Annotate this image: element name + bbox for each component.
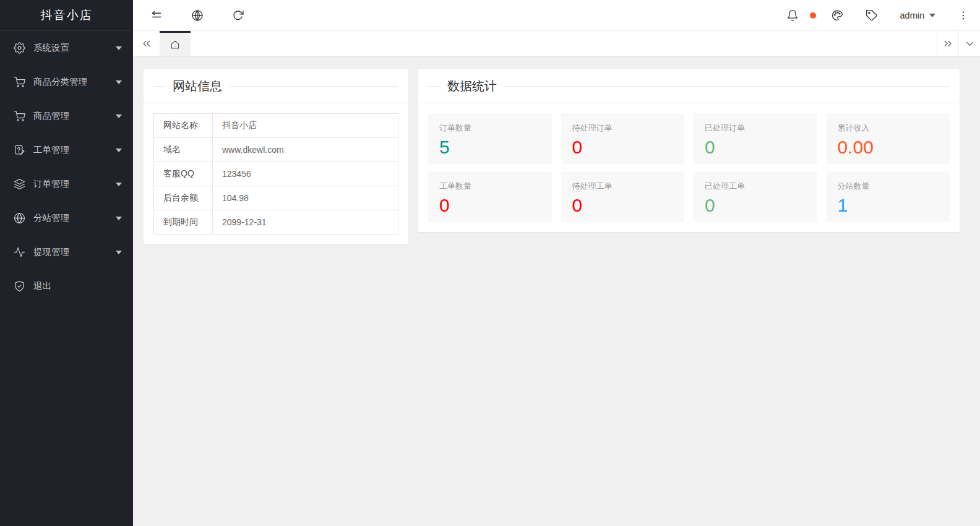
info-label: 后台余额 bbox=[154, 186, 213, 210]
chevron-down-icon bbox=[964, 38, 976, 50]
info-label: 域名 bbox=[154, 138, 213, 162]
sidebar-item-system-settings[interactable]: 系统设置 bbox=[0, 31, 133, 65]
refresh-button[interactable] bbox=[221, 0, 256, 30]
collapse-sidebar-icon bbox=[150, 9, 163, 22]
username: admin bbox=[900, 11, 925, 20]
site-info-table: 网站名称 抖音小店 域名 www.dkewl.com 客服QQ 123456 bbox=[153, 113, 398, 235]
info-label: 到期时间 bbox=[154, 210, 213, 235]
chevron-down-icon bbox=[116, 80, 122, 84]
info-label: 网站名称 bbox=[154, 114, 213, 138]
stat-label: 已处理订单 bbox=[705, 123, 806, 134]
chevrons-left-icon bbox=[140, 38, 152, 50]
stat-label: 订单数量 bbox=[439, 123, 541, 134]
work-order-form-icon bbox=[14, 144, 25, 156]
site-info-title: 网站信息 bbox=[166, 78, 229, 95]
chevron-down-icon bbox=[929, 14, 935, 17]
stats-card: 数据统计 订单数量 5 待处理订单 0 已处理订 bbox=[418, 69, 960, 232]
info-label: 客服QQ bbox=[154, 162, 213, 186]
tab-bar-right-controls bbox=[937, 31, 980, 56]
info-value: 123456 bbox=[213, 162, 398, 186]
tab-options-button[interactable] bbox=[958, 31, 980, 56]
cart-icon bbox=[14, 76, 25, 88]
chevron-down-icon bbox=[116, 217, 122, 220]
scroll-tabs-left-button[interactable] bbox=[133, 31, 160, 56]
app-logo[interactable]: 抖音小店 bbox=[0, 0, 133, 31]
stat-pending-workorders: 待处理工单 0 bbox=[561, 171, 685, 222]
legend-line bbox=[428, 86, 441, 87]
scroll-tabs-right-button[interactable] bbox=[937, 31, 958, 56]
stat-pending-orders: 待处理订单 0 bbox=[561, 113, 685, 164]
notification-dot-icon bbox=[810, 12, 816, 19]
pulse-icon bbox=[14, 246, 25, 258]
notification-dot bbox=[810, 0, 820, 30]
top-header: admin bbox=[133, 0, 980, 31]
tab-home[interactable] bbox=[160, 31, 191, 56]
table-row: 客服QQ 123456 bbox=[154, 162, 398, 186]
stat-value: 0 bbox=[705, 195, 806, 215]
more-options-button[interactable] bbox=[947, 0, 980, 30]
theme-button[interactable] bbox=[820, 0, 854, 30]
stat-value: 5 bbox=[439, 137, 541, 157]
sidebar-item-work-order[interactable]: 工单管理 bbox=[0, 133, 133, 167]
sidebar-item-product-category[interactable]: 商品分类管理 bbox=[0, 65, 133, 99]
gear-icon bbox=[14, 42, 25, 54]
content-area: 网站信息 网站名称 抖音小店 域名 www.dkewl.com bbox=[133, 57, 980, 526]
stats-title: 数据统计 bbox=[441, 78, 504, 95]
shield-check-icon bbox=[14, 280, 25, 292]
stat-label: 工单数量 bbox=[439, 181, 541, 192]
table-row: 域名 www.dkewl.com bbox=[154, 138, 398, 162]
sidebar-item-substation-management[interactable]: 分站管理 bbox=[0, 201, 133, 235]
stat-value: 0 bbox=[572, 195, 674, 215]
stat-label: 待处理订单 bbox=[572, 123, 674, 134]
cart-icon bbox=[14, 110, 25, 122]
sidebar-item-label: 系统设置 bbox=[33, 42, 116, 54]
chevron-down-icon bbox=[116, 183, 122, 186]
sidebar-item-logout[interactable]: 退出 bbox=[0, 269, 133, 303]
stat-value: 0 bbox=[439, 195, 541, 215]
site-info-card-header: 网站信息 bbox=[144, 69, 408, 103]
chevron-down-icon bbox=[116, 46, 122, 50]
sidebar-item-label: 商品管理 bbox=[33, 110, 116, 122]
stat-label: 分站数量 bbox=[838, 181, 939, 192]
stat-substation-count: 分站数量 1 bbox=[827, 171, 950, 222]
header-right-actions: admin bbox=[775, 0, 980, 30]
stat-label: 待处理工单 bbox=[572, 181, 674, 192]
sidebar-item-label: 商品分类管理 bbox=[33, 76, 116, 88]
sidebar-item-label: 提现管理 bbox=[33, 246, 116, 258]
bell-icon bbox=[786, 9, 799, 22]
sidebar-nav: 系统设置 商品分类管理 商品管理 工单管理 订单管理 bbox=[0, 31, 133, 526]
tab-strip-spacer bbox=[191, 31, 937, 56]
stat-value: 0 bbox=[705, 137, 806, 157]
globe-icon bbox=[191, 9, 204, 22]
stat-value: 0.00 bbox=[838, 137, 939, 157]
sidebar: 抖音小店 系统设置 商品分类管理 商品管理 工单管理 bbox=[0, 0, 133, 526]
sidebar-item-order-management[interactable]: 订单管理 bbox=[0, 167, 133, 201]
sidebar-item-withdrawal-management[interactable]: 提现管理 bbox=[0, 235, 133, 269]
stat-value: 1 bbox=[838, 195, 939, 215]
stat-order-count: 订单数量 5 bbox=[428, 113, 552, 164]
stats-grid: 订单数量 5 待处理订单 0 已处理订单 0 累计收入 bbox=[428, 113, 950, 222]
stat-workorder-count: 工单数量 0 bbox=[428, 171, 552, 222]
collapse-sidebar-button[interactable] bbox=[139, 0, 174, 30]
user-menu[interactable]: admin bbox=[889, 0, 947, 30]
table-row: 到期时间 2099-12-31 bbox=[154, 210, 398, 235]
chevron-down-icon bbox=[116, 114, 122, 118]
app-root: 抖音小店 系统设置 商品分类管理 商品管理 工单管理 bbox=[0, 0, 980, 526]
notifications-button[interactable] bbox=[775, 0, 810, 30]
globe-icon bbox=[14, 212, 25, 224]
sidebar-item-label: 工单管理 bbox=[33, 144, 116, 156]
table-row: 网站名称 抖音小店 bbox=[154, 114, 398, 138]
palette-icon bbox=[831, 9, 843, 22]
info-value: 104.98 bbox=[213, 186, 398, 210]
sidebar-item-label: 退出 bbox=[33, 280, 122, 292]
tag-button[interactable] bbox=[854, 0, 889, 30]
info-value: 抖音小店 bbox=[213, 114, 398, 138]
refresh-icon bbox=[232, 9, 244, 22]
home-icon bbox=[170, 39, 181, 50]
site-info-card: 网站信息 网站名称 抖音小店 域名 www.dkewl.com bbox=[144, 69, 408, 244]
legend-line bbox=[153, 86, 166, 87]
website-home-button[interactable] bbox=[180, 0, 215, 30]
info-value: www.dkewl.com bbox=[213, 138, 398, 162]
stats-card-header: 数据统计 bbox=[418, 69, 960, 103]
sidebar-item-product-management[interactable]: 商品管理 bbox=[0, 99, 133, 133]
